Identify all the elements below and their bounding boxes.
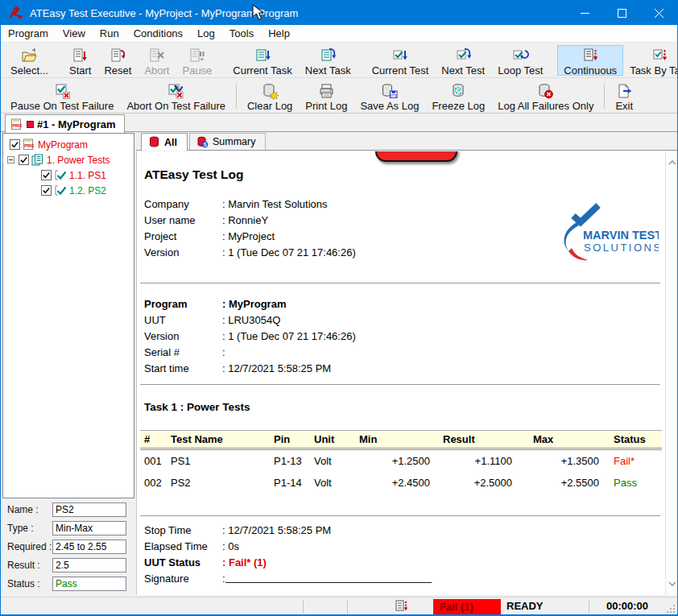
scroll-down-icon[interactable] — [668, 579, 677, 589]
checkbox-checked-icon[interactable] — [10, 139, 20, 150]
tab-summary[interactable]: S Summary — [189, 133, 266, 150]
col-status: Status — [614, 431, 662, 449]
resize-grip[interactable] — [666, 604, 676, 614]
program-tab-label: #1 - MyProgram — [37, 118, 116, 130]
status-cell: Fail* — [614, 449, 662, 472]
result-field[interactable]: 2.5 — [52, 558, 126, 573]
loop-test-icon — [512, 48, 529, 64]
continuous-icon — [582, 48, 599, 64]
status-field[interactable]: Pass — [52, 577, 126, 591]
next-task-button[interactable]: Next Task — [299, 45, 358, 76]
statusbar-separator — [303, 600, 304, 614]
log-all-failures-only-icon — [537, 83, 554, 100]
required-field[interactable]: 2.45 to 2.55 — [52, 540, 126, 554]
title-bar[interactable]: 21 ATEasy Test Executive - MyProject - M… — [1, 1, 677, 25]
abort-icon — [148, 48, 165, 64]
menu-conditions[interactable]: Conditions — [126, 26, 190, 41]
continuous-status-icon — [395, 600, 409, 614]
checkbox-checked-icon[interactable] — [41, 170, 52, 180]
program-tab[interactable]: PRG #1 - MyProgram — [5, 114, 125, 133]
print-log-button[interactable]: Print Log — [299, 81, 353, 111]
print-log-icon — [318, 83, 335, 100]
menu-help[interactable]: Help — [261, 26, 297, 41]
cell: +1.1100 — [443, 449, 533, 472]
checkbox-checked-icon[interactable] — [19, 155, 29, 165]
freeze-log-button[interactable]: Freeze Log — [425, 81, 491, 111]
log-program-info: ProgramMyProgram UUTLRU3054Q Version1 (T… — [144, 296, 356, 377]
log-footer-info: Stop Time12/7/2021 5:58:25 PM Elapsed Ti… — [144, 523, 432, 587]
current-test-button[interactable]: Current Test — [366, 45, 436, 76]
abort-on-test-failure-button[interactable]: Abort On Test Failure — [120, 81, 232, 111]
task-by-task-button[interactable]: Task By Task — [623, 45, 678, 76]
vertical-scrollbar[interactable] — [665, 151, 678, 595]
tree-label[interactable]: 1.2. PS2 — [69, 185, 106, 196]
save-as-log-button[interactable]: Save As Log — [353, 81, 425, 111]
checkbox-checked-icon[interactable] — [41, 185, 52, 196]
statusbar-separator — [589, 600, 589, 614]
menu-program[interactable]: Program — [1, 26, 56, 41]
name-field[interactable]: PS2 — [52, 502, 126, 517]
reset-icon — [110, 48, 126, 64]
tab-all[interactable]: All — [141, 133, 188, 151]
table-row: 002 PS2 P1-14 Volt +2.4500 +2.5000 +2.55… — [140, 472, 662, 494]
fail-count-badge: Fail (1) — [433, 599, 501, 614]
start-button[interactable]: Start — [63, 45, 97, 76]
clear-log-button[interactable]: Clear Log — [241, 81, 299, 111]
next-task-icon — [320, 48, 337, 64]
tab-all-label: All — [164, 137, 177, 148]
maximize-button[interactable] — [603, 1, 640, 25]
tree-item-myprogram[interactable]: PRG MyProgram — [3, 137, 134, 152]
col-min: Min — [359, 431, 443, 449]
svg-text:PRG: PRG — [12, 123, 22, 128]
close-button[interactable] — [640, 1, 677, 25]
prop-row-required: Required : 2.45 to 2.55 — [2, 537, 134, 556]
tree-item-ps1[interactable]: 1.1. PS1 — [3, 167, 134, 183]
cell: Volt — [314, 449, 359, 472]
tree-item-ps2[interactable]: 1.2. PS2 — [3, 183, 134, 198]
log-body[interactable]: ATEasy Test Log CompanyMarvin Test Solut… — [136, 151, 665, 595]
tree-label[interactable]: 1.1. PS1 — [69, 170, 106, 181]
pause-button[interactable]: Pause — [176, 45, 218, 76]
info-value: 12/7/2021 5:58:25 PM — [222, 523, 331, 539]
menu-run[interactable]: Run — [93, 26, 126, 41]
next-test-button[interactable]: Next Test — [435, 45, 491, 76]
current-task-button[interactable]: Current Task — [226, 45, 298, 76]
loop-test-button[interactable]: Loop Test — [491, 45, 549, 76]
tree-label[interactable]: 1. Power Tests — [47, 155, 110, 166]
info-value: 12/7/2021 5:58:25 PM — [222, 361, 331, 377]
tree-item-power-tests[interactable]: 1. Power Tests — [3, 152, 134, 167]
app-window: 21 ATEasy Test Executive - MyProject - M… — [0, 0, 678, 616]
info-row: ProgramMyProgram — [144, 296, 356, 312]
prop-row-type: Type : Min-Max — [2, 519, 134, 537]
toolbar-separator — [236, 83, 237, 109]
col-pin: Pin — [274, 431, 314, 449]
info-label: Project — [144, 229, 222, 245]
pause-on-test-failure-button[interactable]: Pause On Test Failure — [4, 81, 120, 111]
collapse-icon[interactable] — [7, 156, 14, 163]
info-label: Company — [144, 196, 222, 213]
col-max: Max — [533, 431, 614, 449]
reset-button[interactable]: Reset — [97, 45, 138, 76]
scroll-up-icon[interactable] — [668, 158, 677, 167]
log-all-failures-only-button[interactable]: Log All Failures Only — [491, 81, 600, 111]
tree-label[interactable]: MyProgram — [38, 139, 88, 151]
exit-button[interactable]: Exit — [609, 81, 639, 111]
type-label: Type : — [2, 523, 52, 534]
abort-button[interactable]: Abort — [138, 45, 176, 76]
select-button[interactable]: Select... — [4, 45, 55, 76]
menu-view[interactable]: View — [56, 26, 93, 41]
svg-text:21: 21 — [19, 14, 23, 19]
status-cell: Pass — [614, 472, 662, 494]
tab-summary-label: Summary — [213, 136, 255, 147]
minimize-button[interactable] — [566, 1, 603, 25]
menu-tools[interactable]: Tools — [222, 26, 261, 41]
cell: PS2 — [171, 472, 274, 494]
exit-icon — [616, 83, 633, 100]
prop-row-status: Status : Pass — [2, 574, 134, 593]
type-field[interactable]: Min-Max — [52, 521, 126, 535]
continuous-button[interactable]: Continuous — [557, 45, 623, 76]
program-tab-strip: PRG #1 - MyProgram — [1, 114, 677, 132]
prg-file-icon: PRG — [10, 118, 23, 130]
status-bar: Fail (1) READY 00:00:00 — [1, 597, 677, 615]
menu-log[interactable]: Log — [190, 26, 222, 41]
